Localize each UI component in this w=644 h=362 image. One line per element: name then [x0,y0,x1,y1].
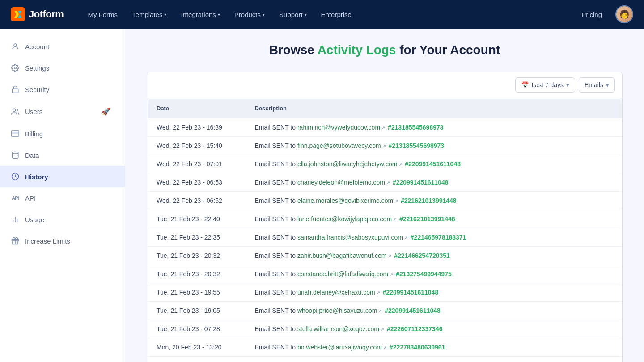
cell-date: Wed, 22 Feb 23 - 06:52 [148,192,246,210]
avatar[interactable]: 🧑 [615,5,633,23]
email-link[interactable]: whoopi.price@hisavuzu.com [297,307,377,314]
layout: Account Settings Security Users 🚀 Bil [0,29,644,362]
table-row: Tue, 21 Feb 23 - 19:05 Email SENT to who… [148,302,622,320]
cell-date: Wed, 22 Feb 23 - 16:39 [148,118,246,137]
sidebar-item-label: Security [25,86,49,93]
cell-date: Tue, 21 Feb 23 - 19:55 [148,283,246,302]
external-link-icon: ↗ [387,253,391,259]
cell-description: Email SENT to constance.britt@fafadiwari… [246,265,622,283]
cell-date: Tue, 21 Feb 23 - 22:40 [148,210,246,228]
chevron-down-icon: ▾ [305,12,307,17]
sidebar-item-settings[interactable]: Settings [0,57,125,79]
sidebar-item-history[interactable]: History [0,166,125,187]
email-link[interactable]: elaine.morales@qovibixerimo.com [297,197,393,204]
email-prefix: Email SENT to [255,179,297,186]
nav-products[interactable]: Products ▾ [228,7,271,22]
table-header-row: Date Description [148,99,622,118]
sidebar-item-usage[interactable]: Usage [0,209,125,230]
cell-description: Email SENT to ella.johnston@liwacyhejehe… [246,155,622,173]
sidebar-item-data[interactable]: Data [0,144,125,166]
cell-date: Mon, 20 Feb 23 - 13:20 [148,338,246,357]
sidebar-item-security[interactable]: Security [0,79,125,100]
email-link[interactable]: stella.williamson@xoqoz.com [297,325,379,333]
table-row: Wed, 22 Feb 23 - 16:39 Email SENT to rah… [148,118,622,137]
table-row: Tue, 21 Feb 23 - 22:40 Email SENT to lan… [148,210,622,228]
form-id[interactable]: #220991451611048 [385,307,441,314]
table-row: Tue, 21 Feb 23 - 20:32 Email SENT to con… [148,265,622,283]
logo[interactable]: Jotform [11,7,64,21]
email-link[interactable]: chaney.deleon@mefolemo.com [297,179,385,186]
form-id[interactable]: #221466254720351 [394,252,450,259]
type-filter-select[interactable]: Emails ▾ [579,77,615,93]
sidebar-item-label: Account [25,43,49,51]
cell-date: Tue, 21 Feb 23 - 07:28 [148,320,246,338]
email-prefix: Email SENT to [255,344,297,351]
form-id[interactable]: #213185545698973 [389,142,445,149]
form-id[interactable]: #221621013991448 [399,215,455,223]
nav-pricing[interactable]: Pricing [575,7,608,22]
nav-templates[interactable]: Templates ▾ [126,7,173,22]
billing-icon [11,129,20,138]
form-id[interactable]: #222607112337346 [387,325,443,333]
sidebar-item-users[interactable]: Users 🚀 [0,100,125,123]
main-content: Browse Activity Logs for Your Account 📅 … [125,29,644,362]
sidebar-item-increase-limits[interactable]: Increase Limits [0,230,125,252]
external-link-icon: ↗ [383,345,387,350]
form-id[interactable]: #213185545698973 [388,124,444,131]
page-title-highlight: Activity Logs [318,43,396,57]
upgrade-badge: 🚀 [98,106,114,117]
sidebar-item-label: Usage [25,216,44,223]
nav-enterprise[interactable]: Enterprise [315,7,358,22]
form-id[interactable]: #221621013991448 [401,197,457,204]
sidebar-item-api[interactable]: API API [0,187,125,209]
database-icon [11,151,20,160]
form-id[interactable]: #220991451611048 [405,160,461,168]
form-id[interactable]: #221465978188371 [411,234,466,241]
email-prefix: Email SENT to [255,252,297,259]
chevron-down-icon: ▾ [566,82,569,88]
users-icon [11,107,20,116]
cell-date: Wed, 22 Feb 23 - 15:40 [148,137,246,155]
table-row: Tue, 21 Feb 23 - 19:55 Email SENT to uri… [148,283,622,302]
form-id[interactable]: #222783480630961 [390,344,445,351]
header: Jotform My Forms Templates ▾ Integration… [0,0,644,29]
form-id[interactable]: #220991451611048 [393,179,449,186]
email-link[interactable]: lane.fuentes@kowijylapiqaco.com [297,215,392,223]
activity-table-wrapper: 📅 Last 7 days ▾ Emails ▾ Date [147,72,623,362]
table-row: Tue, 21 Feb 23 - 22:35 Email SENT to sam… [148,228,622,247]
form-id[interactable]: #220991451611048 [383,289,439,296]
svg-rect-5 [12,131,19,136]
email-link[interactable]: uriah.delaney@xehaxu.com [297,289,375,296]
cell-description: Email SENT to rahim.rich@vywefyducov.com… [246,118,622,137]
cell-date: Tue, 21 Feb 23 - 20:32 [148,265,246,283]
page-title: Browse Activity Logs for Your Account [147,43,623,57]
header-date: Date [148,99,246,118]
form-id[interactable]: #213275499944975 [396,270,452,278]
table-row: Wed, 22 Feb 23 - 15:40 Email SENT to fin… [148,137,622,155]
email-link[interactable]: rahim.rich@vywefyducov.com [297,124,380,131]
user-icon [11,42,20,51]
sidebar-item-label: Data [25,152,39,159]
email-link[interactable]: ella.johnston@liwacyhejehetyw.com [297,160,398,168]
email-link[interactable]: samantha.francis@sabosyxupuvi.com [297,234,403,241]
email-link[interactable]: constance.britt@fafadiwariq.com [297,270,388,278]
cell-date: Tue, 21 Feb 23 - 22:35 [148,228,246,247]
external-link-icon: ↗ [380,327,384,332]
email-link[interactable]: finn.page@sotubovavecy.com [297,142,381,149]
email-link[interactable]: bo.webster@laruxajiwoqy.com [297,344,382,351]
header-description: Description [246,99,622,118]
nav-support[interactable]: Support ▾ [273,7,313,22]
email-link[interactable]: zahir.bush@bagafibawonuf.com [297,252,386,259]
avatar-image: 🧑 [616,6,632,22]
gear-icon [11,63,20,72]
cell-date: Tue, 21 Feb 23 - 20:32 [148,247,246,265]
date-filter-select[interactable]: 📅 Last 7 days ▾ [515,77,575,93]
nav-integrations[interactable]: Integrations ▾ [174,7,226,22]
nav-my-forms[interactable]: My Forms [81,7,124,22]
sidebar-item-label: Users [25,108,42,115]
sidebar-item-billing[interactable]: Billing [0,123,125,144]
sidebar-item-account[interactable]: Account [0,36,125,57]
sidebar-item-label: Settings [25,64,49,72]
table-row: Wed, 22 Feb 23 - 07:01 Email SENT to ell… [148,155,622,173]
table-row: Wed, 22 Feb 23 - 06:52 Email SENT to ela… [148,192,622,210]
